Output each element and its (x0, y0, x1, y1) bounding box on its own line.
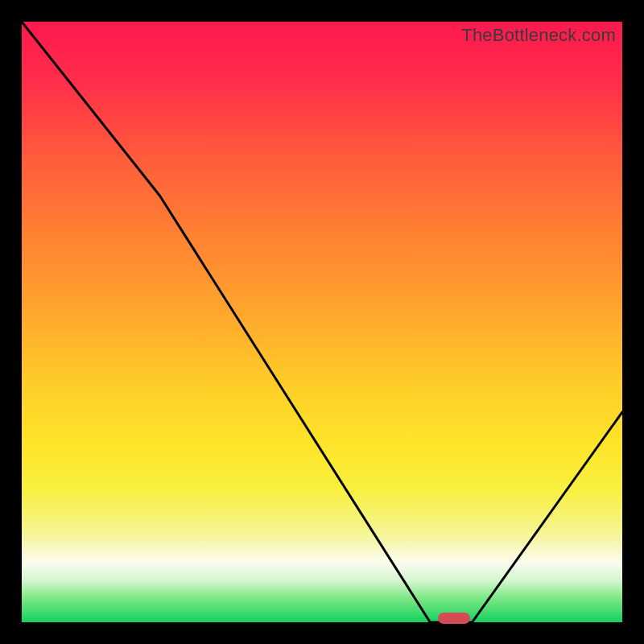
optimal-marker (438, 613, 470, 624)
chart-frame: TheBottleneck.com (0, 0, 644, 644)
bottleneck-curve (22, 22, 622, 622)
watermark-text: TheBottleneck.com (461, 25, 616, 46)
plot-area: TheBottleneck.com (22, 22, 622, 622)
